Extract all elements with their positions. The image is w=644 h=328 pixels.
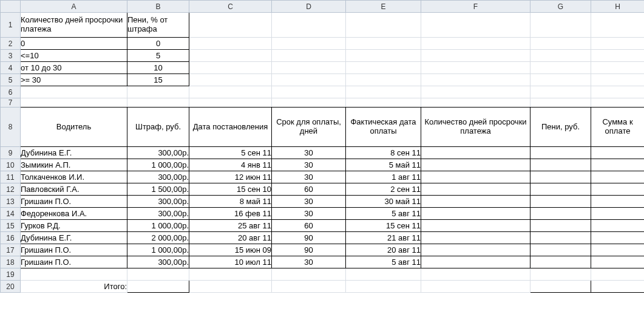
cell-G9[interactable] [530, 147, 591, 159]
cell-H13[interactable] [591, 196, 645, 208]
cell-B16[interactable]: 2 000,00р. [127, 232, 189, 244]
cell-F12[interactable] [421, 183, 530, 196]
cell-C19[interactable] [189, 268, 272, 281]
row-header-18[interactable]: 18 [1, 256, 21, 268]
cell-C14[interactable]: 16 фев 11 [189, 208, 272, 220]
cell-E11[interactable]: 1 авг 11 [346, 171, 421, 183]
cell-D9[interactable]: 30 [272, 147, 346, 159]
cell-F16[interactable] [421, 232, 530, 244]
cell-D8-term-header[interactable]: Срок для оплаты, дней [272, 108, 346, 147]
row-header-5[interactable]: 5 [1, 74, 21, 86]
cell-B9[interactable]: 300,00р. [127, 147, 189, 159]
cell-E9[interactable]: 8 сен 11 [346, 147, 421, 159]
row-header-14[interactable]: 14 [1, 208, 21, 220]
cell-F9[interactable] [421, 147, 530, 159]
cell-B7[interactable] [127, 98, 189, 108]
cell-A11[interactable]: Толкаченков И.И. [21, 171, 127, 183]
cell-E7[interactable] [346, 98, 421, 108]
cell-B5[interactable]: 15 [127, 74, 189, 86]
cell-G1[interactable] [530, 13, 591, 38]
cell-A20-total-label[interactable]: Итого: [21, 281, 127, 293]
cell-G11[interactable] [530, 171, 591, 183]
cell-B12[interactable]: 1 500,00р. [127, 183, 189, 196]
cell-F4[interactable] [421, 62, 530, 74]
cell-D2[interactable] [272, 38, 346, 50]
cell-D10[interactable]: 30 [272, 159, 346, 171]
cell-A16[interactable]: Дубинина Е.Г. [21, 232, 127, 244]
cell-H5[interactable] [591, 74, 645, 86]
cell-B13[interactable]: 300,00р. [127, 196, 189, 208]
cell-F6[interactable] [421, 86, 530, 98]
cell-A15[interactable]: Гурков Р.Д. [21, 220, 127, 232]
cell-C4[interactable] [189, 62, 272, 74]
cell-F1[interactable] [421, 13, 530, 38]
cell-C18[interactable]: 10 июл 11 [189, 256, 272, 268]
cell-G16[interactable] [530, 232, 591, 244]
cell-C5[interactable] [189, 74, 272, 86]
cell-H9[interactable] [591, 147, 645, 159]
cell-D4[interactable] [272, 62, 346, 74]
cell-G6[interactable] [530, 86, 591, 98]
cell-H3[interactable] [591, 50, 645, 62]
cell-D14[interactable]: 30 [272, 208, 346, 220]
cell-H12[interactable] [591, 183, 645, 196]
cell-D20[interactable] [272, 281, 346, 293]
cell-F8-overdue-header[interactable]: Количество дней просрочки платежа [421, 108, 530, 147]
cell-E3[interactable] [346, 50, 421, 62]
cell-G12[interactable] [530, 183, 591, 196]
cell-A10[interactable]: Зымикин А.П. [21, 159, 127, 171]
cell-H6[interactable] [591, 86, 645, 98]
cell-H18[interactable] [591, 256, 645, 268]
cell-G14[interactable] [530, 208, 591, 220]
cell-D13[interactable]: 30 [272, 196, 346, 208]
cell-F14[interactable] [421, 208, 530, 220]
cell-E12[interactable]: 2 сен 11 [346, 183, 421, 196]
row-header-9[interactable]: 9 [1, 147, 21, 159]
cell-F11[interactable] [421, 171, 530, 183]
cell-G19[interactable] [530, 268, 591, 281]
col-header-B[interactable]: B [127, 1, 189, 13]
cell-B18[interactable]: 300,00р. [127, 256, 189, 268]
cell-G5[interactable] [530, 74, 591, 86]
cell-G2[interactable] [530, 38, 591, 50]
col-header-A[interactable]: A [21, 1, 127, 13]
cell-G3[interactable] [530, 50, 591, 62]
cell-H19[interactable] [591, 268, 645, 281]
cell-B20-total-fine[interactable] [127, 281, 189, 293]
cell-E17[interactable]: 20 авг 11 [346, 244, 421, 256]
cell-F7[interactable] [421, 98, 530, 108]
cell-A19[interactable] [21, 268, 127, 281]
cell-D3[interactable] [272, 50, 346, 62]
cell-A8-driver-header[interactable]: Водитель [21, 108, 127, 147]
worksheet-grid[interactable]: A B C D E F G H 1 Количество дней просро… [0, 0, 644, 293]
cell-C13[interactable]: 8 май 11 [189, 196, 272, 208]
cell-B11[interactable]: 300,00р. [127, 171, 189, 183]
col-header-G[interactable]: G [530, 1, 591, 13]
cell-A3[interactable]: <=10 [21, 50, 127, 62]
cell-H14[interactable] [591, 208, 645, 220]
col-header-C[interactable]: C [189, 1, 272, 13]
cell-G10[interactable] [530, 159, 591, 171]
col-header-D[interactable]: D [272, 1, 346, 13]
cell-G13[interactable] [530, 196, 591, 208]
cell-A6[interactable] [21, 86, 127, 98]
cell-A9[interactable]: Дубинина Е.Г. [21, 147, 127, 159]
cell-E13[interactable]: 30 май 11 [346, 196, 421, 208]
row-header-4[interactable]: 4 [1, 62, 21, 74]
cell-B17[interactable]: 1 000,00р. [127, 244, 189, 256]
cell-D6[interactable] [272, 86, 346, 98]
cell-D19[interactable] [272, 268, 346, 281]
cell-E6[interactable] [346, 86, 421, 98]
cell-A14[interactable]: Федоренкова И.А. [21, 208, 127, 220]
cell-G7[interactable] [530, 98, 591, 108]
cell-C9[interactable]: 5 сен 11 [189, 147, 272, 159]
col-header-E[interactable]: E [346, 1, 421, 13]
cell-B14[interactable]: 300,00р. [127, 208, 189, 220]
cell-A5[interactable]: >= 30 [21, 74, 127, 86]
cell-F13[interactable] [421, 196, 530, 208]
cell-D15[interactable]: 60 [272, 220, 346, 232]
cell-A2[interactable]: 0 [21, 38, 127, 50]
row-header-17[interactable]: 17 [1, 244, 21, 256]
row-header-1[interactable]: 1 [1, 13, 21, 38]
cell-H4[interactable] [591, 62, 645, 74]
